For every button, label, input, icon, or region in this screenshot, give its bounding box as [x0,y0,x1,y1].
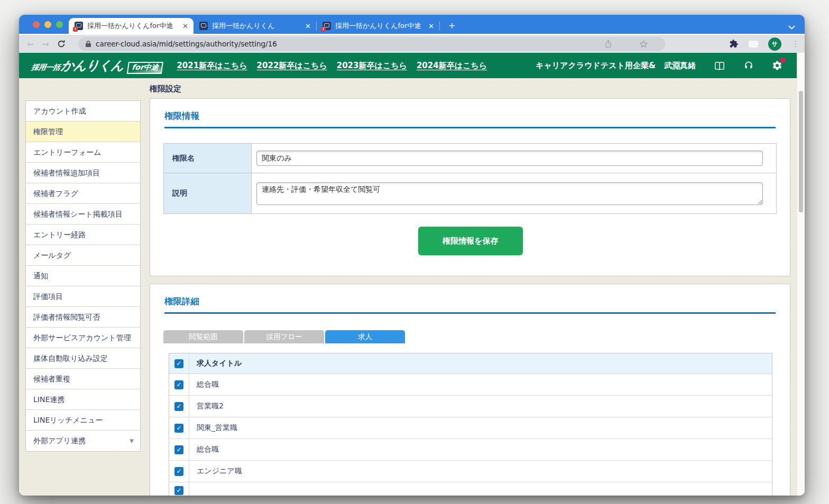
logo-main: かんりくん [60,57,125,74]
page-scrollbar[interactable] [797,53,805,496]
nav-link-3[interactable]: 2024新卒はこちら [417,61,487,71]
tab-title: 採用一括かんりくんfor中途 [335,21,424,31]
sidebar-item-label: 評価者情報閲覧可否 [33,313,100,321]
forward-icon[interactable]: → [42,39,49,49]
job-checkbox[interactable]: ✓ [174,486,183,495]
browser-tab-strip: 採用一括かんりくんfor中途 ✕ 採用一括かんりくん ✕ 採用一括かんりくんfo… [19,15,805,34]
detail-tab[interactable]: 採用フロー [244,330,324,343]
authority-description-textarea[interactable]: 連絡先・評価・希望年収全て閲覧可 [256,182,763,205]
logo-badge: for中途 [127,62,164,74]
authority-info-form: 権限名 説明 連絡先・評価・希望年収全て閲覧可 [163,143,777,214]
sidebar-item-label: LINEリッチメニュー [33,416,103,424]
settings-gear-icon[interactable] [772,60,782,71]
url-text[interactable]: career-cloud.asia/mid/settings/authority… [96,40,277,48]
job-checkbox[interactable]: ✓ [174,424,183,433]
scrollbar-thumb[interactable] [799,91,803,212]
sidebar-menu: アカウント作成権限管理エントリーフォーム候補者情報追加項目候補者フラグ候補者情報… [25,100,141,452]
sidebar-item[interactable]: 候補者フラグ [26,183,140,204]
sidebar-item-label: エントリー経路 [33,230,86,239]
sidebar-item-label: 通知 [33,272,48,280]
authority-name-input[interactable] [256,151,763,166]
support-headset-icon[interactable] [743,60,754,71]
sidebar-item[interactable]: アカウント作成 [26,101,140,122]
job-check-cell: ✓ [169,374,189,395]
job-checkbox[interactable]: ✓ [174,380,183,389]
sidebar-item-label: 候補者情報追加項目 [33,169,100,177]
url-bar[interactable]: career-cloud.asia/mid/settings/authority… [78,37,665,51]
sidebar-item-label: 評価項目 [33,292,63,301]
header-right: キャリアクラウドテスト用企業& 武淵真緒 [536,60,782,71]
app-logo[interactable]: 採用一括 かんりくん for中途 [31,57,164,74]
detail-tabs: 閲覧範囲採用フロー求人 [163,330,405,343]
sidebar-item[interactable]: 権限管理 [26,122,140,142]
nav-link-2[interactable]: 2023新卒はこちら [337,61,407,71]
sidebar-item[interactable]: 外部サービスアカウント管理 [26,328,140,348]
nav-link-0[interactable]: 2021新卒はこちら [177,61,247,71]
sidebar-item-label: 候補者フラグ [33,189,78,198]
job-table-row: ✓エンジニア職 [169,461,772,482]
page-content: 権限設定 アカウント作成権限管理エントリーフォーム候補者情報追加項目候補者フラグ… [19,78,805,496]
job-checkbox[interactable]: ✓ [174,402,183,411]
notification-dot [780,58,786,63]
job-title-label: 総合職 [197,439,219,460]
page-title: 権限設定 [150,84,181,94]
nav-link-1[interactable]: 2022新卒はこちら [257,61,327,71]
detail-tab[interactable]: 求人 [325,330,405,343]
sidebar-item[interactable]: メールタグ [26,245,140,266]
browser-toolbar: ← → career-cloud.asia/mid/settings/autho… [19,34,805,53]
tab-favicon-alert-icon [323,22,331,30]
job-title-label: エンジニア職 [197,461,242,482]
browser-tab-3[interactable]: 採用一括かんりくんfor中途 ✕ [317,18,439,34]
back-icon[interactable]: ← [27,39,34,49]
browser-tab-2[interactable]: 採用一括かんりくん ✕ [194,18,316,34]
tab-search-chevron-icon[interactable] [788,22,795,32]
minimize-window-button[interactable] [44,21,51,28]
sidebar-item-label: LINE連携 [33,395,65,404]
job-table-row: ✓関東_営業職 [169,417,772,439]
share-icon[interactable] [604,40,612,48]
close-window-button[interactable] [33,21,40,28]
side-panel-icon[interactable] [749,41,758,48]
sidebar-item[interactable]: 外部アプリ連携▼ [26,431,140,451]
job-table-row: ✓営業職2 [169,396,772,417]
sidebar-item[interactable]: LINE連携 [26,389,140,410]
save-authority-button[interactable]: 権限情報を保存 [418,227,523,255]
browser-tab-1[interactable]: 採用一括かんりくんfor中途 ✕ [69,18,194,34]
sidebar-item-label: エントリーフォーム [33,148,101,156]
tab-close-icon[interactable]: ✕ [305,22,311,30]
sidebar-item[interactable]: エントリー経路 [26,225,140,245]
sidebar-item[interactable]: LINEリッチメニュー [26,410,140,431]
bookmark-star-icon[interactable] [639,40,648,49]
sidebar-item[interactable]: 候補者情報追加項目 [26,163,140,183]
sidebar-item-label: 候補者情報シート掲載項目 [33,210,123,218]
job-checkbox[interactable]: ✓ [174,467,183,476]
chevron-down-icon: ▼ [130,431,134,451]
sidebar-item[interactable]: 候補者情報シート掲載項目 [26,204,140,225]
job-check-cell: ✓ [169,461,189,482]
sidebar-item[interactable]: 評価者情報閲覧可否 [26,307,140,328]
reload-icon[interactable] [57,40,66,48]
select-all-checkbox[interactable]: ✓ [174,359,183,368]
lock-icon[interactable] [85,40,91,48]
tab-favicon-icon [199,22,208,30]
job-checkbox[interactable]: ✓ [174,445,183,454]
sidebar-item[interactable]: 評価項目 [26,286,140,307]
job-title-label: 営業職2 [197,396,224,417]
sidebar-item[interactable]: 候補者重複 [26,369,140,389]
profile-avatar[interactable]: サ [768,38,781,51]
app-header: 採用一括 かんりくん for中途 2021新卒はこちら2022新卒はこちら202… [19,53,805,78]
extensions-puzzle-icon[interactable] [729,39,739,49]
job-check-cell: ✓ [169,396,189,417]
sidebar-item[interactable]: 通知 [26,266,140,286]
user-name[interactable]: 武淵真緒 [664,61,696,71]
new-tab-button[interactable]: ＋ [447,20,457,30]
manual-book-icon[interactable] [714,61,725,71]
tab-close-icon[interactable]: ✕ [182,22,188,30]
browser-menu-icon[interactable]: ⋮ [791,39,799,49]
detail-tab[interactable]: 閲覧範囲 [163,330,243,343]
sidebar-item[interactable]: 媒体自動取り込み設定 [26,348,140,369]
sidebar-item[interactable]: エントリーフォーム [26,142,140,163]
fullscreen-window-button[interactable] [56,21,63,28]
tab-close-icon[interactable]: ✕ [428,22,434,30]
authority-detail-title: 権限詳細 [164,296,776,314]
